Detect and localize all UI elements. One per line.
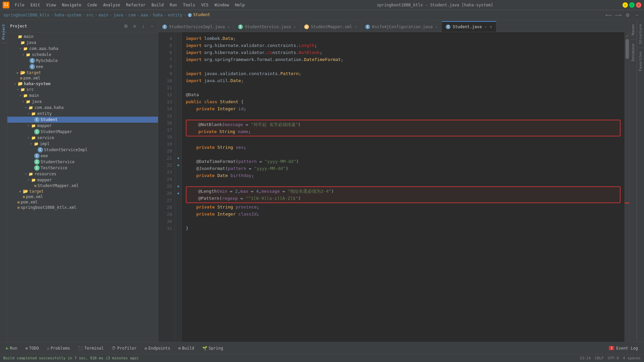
tree-item-eee-2[interactable]: C eee	[7, 153, 158, 159]
structure-tab[interactable]: Structure	[637, 21, 644, 47]
tab-close-icon[interactable]: ×	[435, 25, 438, 29]
run-button[interactable]: ▶ Run	[3, 345, 21, 352]
project-tab[interactable]: Project	[0, 21, 7, 42]
menu-build[interactable]: Build	[149, 2, 166, 8]
tree-item-schedule[interactable]: ▾ 📁 schedule	[7, 52, 158, 58]
tree-item-target-2[interactable]: ▶ 📂 target	[7, 188, 158, 194]
editor-tabs[interactable]: C StudentServiceImpl.java × I StudentSer…	[158, 20, 629, 32]
tree-item-resources[interactable]: ▾ 📁 resources	[7, 171, 158, 177]
minimize-button[interactable]: −	[623, 2, 628, 8]
breadcrumb-src[interactable]: src	[86, 13, 94, 17]
window-controls[interactable]: − □ ×	[623, 2, 641, 8]
tree-item-studentmapper[interactable]: I StudentMapper	[7, 129, 158, 135]
tree-item-eee-1[interactable]: C eee	[7, 64, 158, 70]
maximize-button[interactable]: □	[629, 2, 635, 8]
breadcrumb-aaa[interactable]: aaa	[141, 13, 148, 17]
code-line-25: @Length(min = 2,max = 4,message = "地址长度必…	[188, 188, 619, 195]
database-tab[interactable]: Database	[630, 41, 636, 64]
endpoints-button[interactable]: ◎ Endpoints	[141, 345, 173, 352]
tree-item-springboot-xml[interactable]: m springboot1008_ktlx.xml	[7, 205, 158, 210]
tree-item-main-2[interactable]: ▾ 📁 main	[7, 93, 158, 99]
menu-edit[interactable]: Edit	[28, 2, 43, 8]
tab-knife4j[interactable]: C Knife4jConfiguration.java ×	[361, 21, 442, 32]
menu-window[interactable]: Window	[212, 2, 231, 8]
breadcrumb-haha[interactable]: haha	[153, 13, 163, 17]
panel-close-button[interactable]: −	[149, 23, 155, 29]
tree-item-target-1[interactable]: ▶ 📂 target	[7, 70, 158, 75]
tree-item-java[interactable]: 📁 java	[7, 40, 158, 46]
tree-item-mapper[interactable]: ▾ 📁 mapper	[7, 123, 158, 129]
menu-refactor[interactable]: Refactor	[123, 2, 148, 8]
tree-item-java-2[interactable]: ▾ 📁 java	[7, 99, 158, 105]
menu-run[interactable]: Run	[167, 2, 180, 8]
tab-close-icon[interactable]: ×	[227, 25, 230, 29]
tab-studentservice[interactable]: I StudentService.java ×	[234, 21, 300, 32]
tab-close-icon[interactable]: ×	[293, 25, 296, 29]
tree-item-student[interactable]: C Student	[7, 117, 158, 123]
tab-student[interactable]: C Student.java × ▼	[442, 21, 496, 32]
tree-item-com-aaa-haha[interactable]: ▾ 📁 com.aaa.haha	[7, 46, 158, 52]
tab-icon: C	[446, 24, 450, 29]
breadcrumb-entity[interactable]: entity	[168, 13, 182, 17]
menu-file[interactable]: File	[12, 2, 27, 8]
close-button[interactable]: ×	[636, 2, 641, 8]
tree-item-com-2[interactable]: ▾ 📁 com.aaa.haha	[7, 105, 158, 111]
menu-code[interactable]: Code	[85, 2, 100, 8]
terminal-button[interactable]: ⬛ Terminal	[75, 345, 107, 352]
navigate-forward-button[interactable]: ⟶	[614, 11, 622, 19]
breadcrumb-project[interactable]: springboot1008_ktlx	[3, 13, 49, 17]
folder-icon: 📁	[28, 171, 34, 177]
tree-item-pom-1[interactable]: m pom.xml	[7, 75, 158, 81]
breadcrumb-java[interactable]: java	[113, 13, 123, 17]
tree-item-myschdule[interactable]: C MySchdule	[7, 58, 158, 64]
tree-item-main[interactable]: 📁 main	[7, 34, 158, 40]
maven-tab[interactable]: Maven	[630, 21, 636, 38]
build-button[interactable]: ⚙ Build	[175, 345, 198, 352]
breadcrumb-com[interactable]: com	[128, 13, 136, 17]
tree-item-studentmapper-xml[interactable]: m StudentMapper.xml	[7, 183, 158, 188]
menu-navigate[interactable]: Navigate	[59, 2, 84, 8]
tab-studentserviceimpl[interactable]: C StudentServiceImpl.java ×	[158, 21, 234, 32]
tab-close-icon[interactable]: ×	[484, 25, 487, 29]
problems-button[interactable]: ⚠ Problems	[44, 345, 73, 352]
code-content[interactable]: import lombok.Data; import org.hibernate…	[182, 32, 625, 342]
panel-sort-button[interactable]: ↕	[140, 23, 147, 29]
tree-item-pom-2[interactable]: m pom.xml	[7, 194, 158, 199]
project-tree[interactable]: 📁 main 📁 java ▾ 📁 com.aaa.haha ▾ �	[7, 32, 158, 342]
panel-gear-button[interactable]: ⚙	[122, 23, 129, 29]
tree-item-service[interactable]: ▾ 📁 service	[7, 135, 158, 141]
settings-button[interactable]: ⚙	[624, 11, 631, 19]
tab-close-icon[interactable]: ×	[355, 25, 357, 29]
menu-view[interactable]: View	[44, 2, 59, 8]
tree-item-impl[interactable]: ▾ 📁 impl	[7, 141, 158, 147]
tab-studentmapper-xml[interactable]: m StudentMapper.xml ×	[300, 21, 361, 32]
menu-analyze[interactable]: Analyze	[100, 2, 123, 8]
tree-item-testservice[interactable]: I TestService	[7, 165, 158, 171]
tree-item-studentservice[interactable]: I StudentService	[7, 159, 158, 165]
tree-item-pom-root[interactable]: m pom.xml	[7, 199, 158, 205]
breadcrumb-actions[interactable]: ⟵ ⟶ ⚙ −	[605, 11, 641, 19]
arrow-icon: ▾	[13, 82, 17, 85]
breadcrumb-module[interactable]: haha-system	[55, 13, 81, 17]
todo-button[interactable]: ≡ TODO	[22, 345, 42, 352]
menu-tools[interactable]: Tools	[180, 2, 198, 8]
menu-vcs[interactable]: VCS	[199, 2, 211, 8]
event-log-button[interactable]: 3 Event Log	[605, 345, 641, 352]
tree-item-entity[interactable]: ▾ 📁 entity	[7, 111, 158, 117]
tree-item-haha-system[interactable]: ▾ 📁 haha-system	[7, 81, 158, 86]
breadcrumb-main[interactable]: main	[99, 13, 108, 17]
right-scrollbar[interactable]: ✓	[625, 32, 629, 342]
tree-item-mapper-2[interactable]: ▾ 📁 mapper	[7, 177, 158, 183]
profiler-button[interactable]: ⏱ Profiler	[108, 345, 140, 352]
scroll-thumb[interactable]	[626, 39, 629, 59]
navigate-back-button[interactable]: ⟵	[605, 11, 612, 19]
panel-expand-button[interactable]: ≡	[131, 23, 138, 29]
tree-item-studentserviceimpl[interactable]: C StudentServiceImpl	[7, 147, 158, 153]
spring-button[interactable]: 🌱 Spring	[199, 345, 226, 352]
menu-bar[interactable]: File Edit View Navigate Code Analyze Ref…	[12, 2, 248, 8]
expand-button[interactable]: −	[633, 11, 641, 19]
favorites-tab[interactable]: Favorites	[637, 49, 644, 74]
code-editor[interactable]: 45678 910111213 1415161718 1920212223 24…	[158, 32, 629, 342]
tree-item-src[interactable]: ▾ 📁 src	[7, 86, 158, 93]
menu-help[interactable]: Help	[232, 2, 248, 8]
